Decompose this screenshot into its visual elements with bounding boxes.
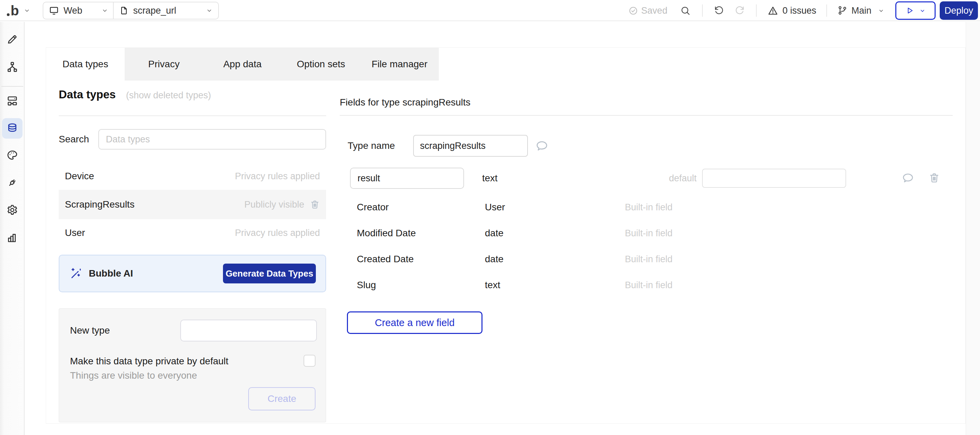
field-type: text [485,272,500,298]
page-gutter [966,22,980,435]
field-type: text [482,167,498,190]
preview-button[interactable] [895,2,935,20]
chevron-down-icon [24,7,30,14]
branch-label: Main [851,5,872,16]
pencil-icon[interactable] [5,32,20,47]
field-row[interactable]: Created Date date Built-in field [350,246,946,272]
gear-icon[interactable] [5,202,20,218]
magic-wand-icon [70,267,83,280]
data-type-privacy-status: Privacy rules applied [235,171,320,182]
tab-file-manager[interactable]: File manager [360,48,439,81]
deploy-button[interactable]: Deploy [940,2,978,20]
tab-app-data[interactable]: App data [203,48,282,81]
field-list: text default Creator User Built-in field… [350,167,946,298]
field-row[interactable]: Creator User Built-in field [350,194,946,220]
chevron-down-icon [919,8,926,14]
type-name-input[interactable] [413,135,528,157]
field-builtin-badge: Built-in field [625,194,673,220]
redo-icon[interactable] [735,5,745,16]
chevron-down-icon [102,7,108,14]
workflow-icon[interactable] [5,93,20,108]
top-bar: b Web scrape_url [0,0,980,21]
divider [756,5,757,17]
page-title: Data types [59,88,116,101]
new-type-input[interactable] [180,320,317,341]
create-new-field-button[interactable]: Create a new field [347,311,482,334]
page-dropdown[interactable]: scrape_url [114,2,218,19]
tab-option-sets[interactable]: Option sets [282,48,360,81]
undo-icon[interactable] [714,5,724,16]
trash-icon[interactable] [310,199,320,210]
bar-chart-icon[interactable] [5,230,20,245]
platform-dropdown[interactable]: Web [43,2,113,19]
editor-sidebar [0,22,25,435]
type-name-row: Type name [348,135,548,157]
data-tab-bar: Data typesPrivacyApp dataOption setsFile… [46,48,439,81]
divider [2,86,23,87]
chevron-down-icon [878,8,885,14]
divider [702,5,703,17]
divider [826,5,827,17]
data-type-row[interactable]: Device Privacy rules applied [59,163,326,190]
data-type-row[interactable]: User Privacy rules applied [59,219,326,247]
git-branch-icon [837,5,848,16]
page-label: scrape_url [133,5,176,16]
palette-icon[interactable] [5,148,20,163]
generate-data-types-button[interactable]: Generate Data Types [223,264,316,284]
field-row[interactable]: text default [350,167,946,190]
data-type-name: ScrapingResults [65,199,135,210]
data-type-privacy-status: Privacy rules applied [235,228,320,238]
new-type-card: New type Make this data type private by … [59,308,326,422]
search-icon[interactable] [680,5,690,16]
field-name: Slug [357,272,376,298]
database-icon[interactable] [5,121,20,136]
file-icon [119,6,129,15]
divider [340,115,953,116]
context-switcher: Web scrape_url [43,2,219,19]
sitemap-icon[interactable] [5,59,20,75]
plug-icon[interactable] [5,175,20,190]
issues-label: 0 issues [782,5,816,16]
data-type-row[interactable]: ScrapingResults Publicly visible [59,190,326,219]
field-default-input[interactable] [702,169,846,188]
tab-privacy[interactable]: Privacy [125,48,203,81]
create-type-button[interactable]: Create [248,387,315,410]
field-row[interactable]: Modified Date date Built-in field [350,220,946,246]
trash-icon[interactable] [928,172,940,184]
branch-selector[interactable]: Main [837,5,885,16]
chevron-down-icon [206,7,213,14]
bubble-ai-label: Bubble AI [89,268,133,279]
new-type-label: New type [70,320,110,341]
visibility-hint: Things are visible to everyone [70,370,197,381]
save-status: Saved [628,5,668,16]
show-deleted-types-link[interactable]: (show deleted types) [126,90,211,101]
search-input[interactable] [98,129,326,150]
app-menu[interactable]: b [7,0,30,21]
search-label: Search [59,134,98,145]
data-type-privacy-status: Publicly visible [244,199,304,210]
warning-triangle-icon [768,5,778,16]
type-name-label: Type name [348,140,413,151]
field-builtin-badge: Built-in field [625,246,673,272]
field-name: Creator [357,194,388,220]
field-type: User [485,194,505,220]
check-circle-icon [628,6,638,16]
field-builtin-badge: Built-in field [625,272,673,298]
issues-indicator[interactable]: 0 issues [768,5,816,16]
field-builtin-badge: Built-in field [625,220,673,246]
private-by-default-checkbox[interactable] [304,355,315,367]
fields-panel-title: Fields for type scrapingResults [340,93,471,112]
saved-label: Saved [641,5,668,16]
bubble-ai-card: Bubble AI Generate Data Types [59,255,326,292]
monitor-icon [49,5,59,16]
field-type: date [485,246,504,272]
field-name-input[interactable] [350,168,464,189]
tab-data-types[interactable]: Data types [46,48,125,81]
field-row[interactable]: Slug text Built-in field [350,272,946,298]
field-name: Created Date [357,246,414,272]
search-row: Search [59,129,326,150]
field-default-label: default [649,167,697,190]
data-type-list: Device Privacy rules applied ScrapingRes… [59,163,326,247]
comment-icon[interactable] [535,139,548,152]
comment-icon[interactable] [902,172,914,184]
